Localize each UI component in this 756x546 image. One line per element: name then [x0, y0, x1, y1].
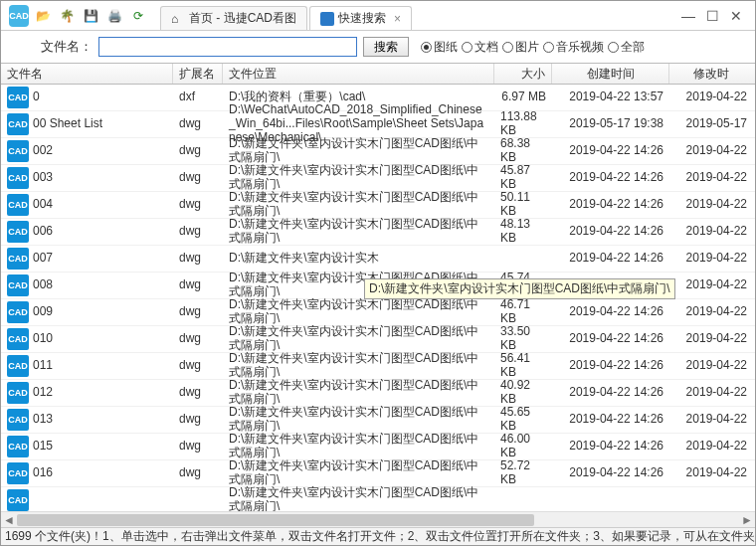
cad-file-icon: CAD: [7, 328, 29, 350]
scroll-right-icon[interactable]: ►: [739, 512, 755, 528]
cell-size: 56.41 KB: [494, 352, 552, 380]
search-button[interactable]: 搜索: [363, 37, 409, 57]
cell-name: CAD012: [1, 382, 173, 404]
cell-name: CAD003: [1, 167, 173, 189]
col-header-ctime[interactable]: 创建时间: [552, 64, 669, 84]
col-header-ext[interactable]: 扩展名: [173, 64, 223, 84]
cad-file-icon: CAD: [7, 221, 29, 243]
cell-ext: dwg: [173, 305, 223, 319]
cad-file-icon: CAD: [7, 301, 29, 323]
cell-mtime: 2019-04-22: [669, 171, 753, 185]
cell-size: 48.13 KB: [494, 218, 552, 246]
table-row[interactable]: CAD013dwgD:\新建文件夹\室内设计实木门图型CAD图纸\中式隔扇门\4…: [1, 407, 755, 434]
tabset: ⌂ 首页 - 迅捷CAD看图 快速搜索 ×: [160, 1, 673, 30]
col-header-mtime[interactable]: 修改时: [669, 64, 753, 84]
table-row[interactable]: CAD010dwgD:\新建文件夹\室内设计实木门图型CAD图纸\中式隔扇门\3…: [1, 326, 755, 353]
cell-name: CAD008: [1, 274, 173, 296]
cad-file-icon: CAD: [7, 274, 29, 296]
cell-size: 46.00 KB: [494, 433, 552, 460]
table-row[interactable]: CAD016dwgD:\新建文件夹\室内设计实木门图型CAD图纸\中式隔扇门\5…: [1, 460, 755, 487]
cell-mtime: 2019-04-22: [669, 252, 753, 266]
filename-label: 文件名：: [41, 38, 93, 56]
cad-file-icon: CAD: [7, 409, 29, 431]
cell-name: CAD0: [1, 87, 173, 108]
search-input[interactable]: [98, 37, 357, 57]
cell-path: D:\新建文件夹\室内设计实木: [223, 252, 494, 266]
cell-ext: dxf: [173, 91, 223, 104]
table-row[interactable]: CADD:\新建文件夹\室内设计实木门图型CAD图纸\中式隔扇门\: [1, 487, 755, 514]
col-header-size[interactable]: 大小: [494, 64, 552, 84]
filter-radio-3[interactable]: 音乐视频: [543, 39, 604, 56]
cell-size: 6.97 MB: [494, 91, 552, 104]
cell-path: D:\新建文件夹\室内设计实木门图型CAD图纸\中式隔扇门\: [223, 352, 494, 380]
toolbar: CAD 📂 🌴 💾 🖨️ ⟳: [5, 6, 152, 26]
cell-path: D:\新建文件夹\室内设计实木门图型CAD图纸\中式隔扇门\: [223, 459, 494, 487]
table-row[interactable]: CAD009dwgD:\新建文件夹\室内设计实木门图型CAD图纸\中式隔扇门\4…: [1, 299, 755, 326]
col-header-name[interactable]: 文件名: [1, 64, 173, 84]
filter-radio-1[interactable]: 文档: [462, 39, 498, 56]
scroll-track[interactable]: [17, 514, 739, 526]
radio-label: 图片: [515, 39, 539, 56]
cell-name: CAD: [1, 489, 173, 511]
cell-name: CAD015: [1, 436, 173, 457]
cell-path: D:\新建文件夹\室内设计实木门图型CAD图纸\中式隔扇门\: [223, 379, 494, 407]
refresh-icon[interactable]: ⟳: [128, 6, 148, 26]
cad-file-icon: CAD: [7, 140, 29, 162]
table-row[interactable]: CAD006dwgD:\新建文件夹\室内设计实木门图型CAD图纸\中式隔扇门\4…: [1, 219, 755, 246]
radio-label: 音乐视频: [556, 39, 604, 56]
grid-body[interactable]: CAD0dxfD:\我的资料（重要）\cad\6.97 MB2019-04-22…: [1, 85, 755, 520]
open-icon[interactable]: 📂: [33, 6, 53, 26]
filter-radio-2[interactable]: 图片: [502, 39, 539, 56]
close-button[interactable]: ✕: [729, 9, 743, 23]
radio-circle-icon: [421, 42, 432, 53]
tab-label: 首页 - 迅捷CAD看图: [189, 10, 296, 27]
palm-icon[interactable]: 🌴: [57, 6, 77, 26]
cell-name: CAD006: [1, 221, 173, 243]
cell-path: D:\新建文件夹\室内设计实木门图型CAD图纸\中式隔扇门\: [223, 298, 494, 326]
scroll-thumb[interactable]: [17, 514, 534, 526]
print-icon[interactable]: 🖨️: [104, 6, 124, 26]
cell-mtime: 2019-04-22: [669, 359, 753, 373]
status-text: 1699 个文件(夹)！1、单击选中，右击弹出文件菜单，双击文件名打开文件；2、…: [5, 528, 755, 545]
table-row[interactable]: CAD011dwgD:\新建文件夹\室内设计实木门图型CAD图纸\中式隔扇门\5…: [1, 353, 755, 380]
table-row[interactable]: CAD015dwgD:\新建文件夹\室内设计实木门图型CAD图纸\中式隔扇门\4…: [1, 434, 755, 460]
cell-name: CAD011: [1, 355, 173, 377]
cell-mtime: 2019-04-22: [669, 332, 753, 346]
cell-ctime: 2019-04-22 14:26: [552, 359, 669, 373]
searchbar: 文件名： 搜索 图纸文档图片音乐视频全部: [1, 31, 755, 63]
maximize-button[interactable]: ☐: [705, 9, 719, 23]
col-header-path[interactable]: 文件位置: [223, 64, 494, 84]
close-icon[interactable]: ×: [394, 12, 401, 26]
cell-mtime: 2019-04-22: [669, 225, 753, 239]
cell-ctime: 2019-04-22 14:26: [552, 171, 669, 185]
filter-radio-0[interactable]: 图纸: [421, 39, 458, 56]
cell-size: 46.71 KB: [494, 298, 552, 326]
table-row[interactable]: CAD012dwgD:\新建文件夹\室内设计实木门图型CAD图纸\中式隔扇门\4…: [1, 380, 755, 407]
cell-size: 45.65 KB: [494, 406, 552, 434]
cell-mtime: 2019-04-22: [669, 466, 753, 480]
cell-mtime: 2019-04-22: [669, 413, 753, 427]
cell-ext: dwg: [173, 332, 223, 346]
tab-quicksearch[interactable]: 快速搜索 ×: [309, 6, 412, 30]
save-icon[interactable]: 💾: [81, 6, 100, 26]
cell-mtime: 2019-04-22: [669, 144, 753, 158]
filter-radio-4[interactable]: 全部: [608, 39, 645, 56]
tab-home[interactable]: ⌂ 首页 - 迅捷CAD看图: [160, 6, 307, 30]
table-row[interactable]: CAD002dwgD:\新建文件夹\室内设计实木门图型CAD图纸\中式隔扇门\6…: [1, 138, 755, 165]
table-row[interactable]: CAD007dwgD:\新建文件夹\室内设计实木2019-04-22 14:26…: [1, 246, 755, 273]
minimize-button[interactable]: —: [681, 9, 695, 23]
table-row[interactable]: CAD003dwgD:\新建文件夹\室内设计实木门图型CAD图纸\中式隔扇门\4…: [1, 165, 755, 192]
window-buttons: — ☐ ✕: [673, 9, 751, 23]
cell-path: D:\新建文件夹\室内设计实木门图型CAD图纸\中式隔扇门\: [223, 218, 494, 246]
cell-ext: dwg: [173, 466, 223, 480]
table-row[interactable]: CAD004dwgD:\新建文件夹\室内设计实木门图型CAD图纸\中式隔扇门\5…: [1, 192, 755, 219]
cell-path: D:\新建文件夹\室内设计实木门图型CAD图纸\中式隔扇门\: [223, 191, 494, 219]
radio-circle-icon: [502, 42, 513, 53]
table-row[interactable]: CAD00 Sheet ListdwgD:\WeChat\AutoCAD_201…: [1, 111, 755, 138]
cad-file-icon: CAD: [7, 436, 29, 457]
horizontal-scrollbar[interactable]: ◄ ►: [1, 511, 755, 527]
cad-file-icon: CAD: [7, 113, 29, 135]
cell-ctime: 2019-04-22 14:26: [552, 386, 669, 400]
cell-name: CAD007: [1, 248, 173, 270]
scroll-left-icon[interactable]: ◄: [1, 512, 17, 528]
